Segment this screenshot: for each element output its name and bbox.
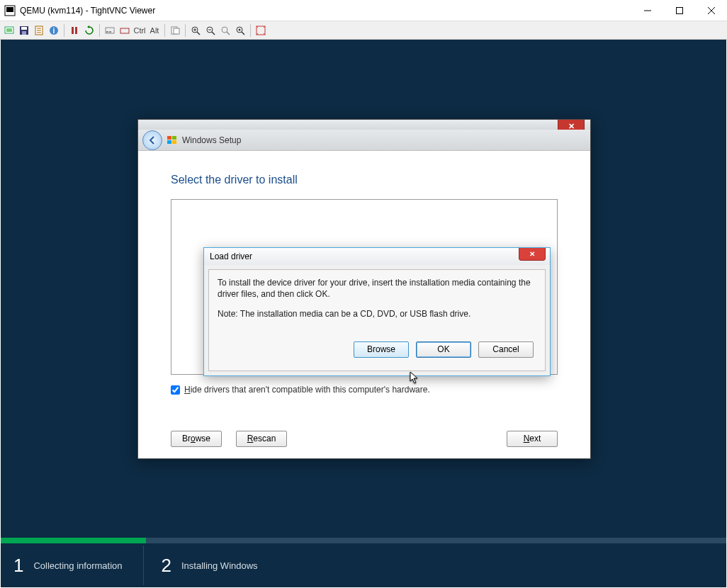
dialog-cancel-button[interactable]: Cancel: [478, 341, 534, 358]
svg-rect-22: [120, 28, 129, 33]
vnc-titlebar: QEMU (kvm114) - TightVNC Viewer: [0, 0, 727, 21]
rescan-button[interactable]: Rescan: [236, 431, 287, 447]
save-icon[interactable]: [17, 23, 31, 38]
send-keys-icon[interactable]: [118, 23, 132, 38]
remote-desktop: ✕ Windows Setup Select the driver to ins…: [1, 40, 726, 587]
maximize-button[interactable]: [663, 0, 695, 21]
windows-flag-icon: [167, 135, 178, 146]
svg-rect-21: [109, 31, 111, 33]
svg-rect-40: [167, 140, 171, 144]
stage-bar: 1 Collecting information 2 Installing Wi…: [1, 543, 726, 587]
svg-rect-38: [167, 136, 171, 140]
svg-point-36: [239, 28, 241, 30]
dialog-close-button[interactable]: ✕: [519, 248, 546, 261]
dialog-text-1: To install the device driver for your dr…: [218, 277, 536, 300]
progress-strip: [1, 538, 726, 543]
stage-1-label: Collecting information: [33, 560, 122, 571]
svg-line-33: [227, 32, 230, 35]
svg-rect-39: [172, 136, 176, 140]
vnc-toolbar: i Ctrl Alt: [0, 21, 727, 40]
windows-setup-wizard: ✕ Windows Setup Select the driver to ins…: [137, 119, 591, 459]
dialog-title: Load driver: [210, 251, 252, 261]
stage-separator: [143, 545, 144, 585]
minimize-button[interactable]: [631, 0, 663, 21]
ctrl-key-button[interactable]: Ctrl: [133, 23, 147, 38]
dialog-text-2: Note: The installation media can be a CD…: [218, 308, 536, 320]
fullscreen-icon[interactable]: [254, 23, 268, 38]
back-button[interactable]: [142, 130, 162, 150]
close-button[interactable]: [695, 0, 727, 21]
svg-point-32: [222, 27, 227, 33]
zoom-out-icon[interactable]: [203, 23, 218, 38]
load-driver-dialog: Load driver ✕ To install the device driv…: [203, 247, 551, 376]
stage-1-number: 1: [13, 555, 23, 577]
options-icon[interactable]: [32, 23, 46, 38]
svg-rect-41: [172, 140, 176, 144]
zoom-auto-icon[interactable]: [233, 23, 247, 38]
svg-rect-24: [174, 28, 179, 34]
stage-2: 2 Installing Windows: [148, 555, 257, 577]
hide-incompatible-checkbox-row[interactable]: Hide drivers that aren't compatible with…: [171, 385, 558, 395]
svg-rect-20: [106, 31, 108, 33]
stage-1: 1 Collecting information: [1, 555, 122, 577]
stage-2-label: Installing Windows: [181, 560, 258, 571]
file-transfer-icon[interactable]: [168, 23, 182, 38]
cad-icon[interactable]: [103, 23, 117, 38]
browse-button[interactable]: Browse: [171, 431, 222, 447]
page-heading: Select the driver to install: [171, 174, 558, 186]
svg-line-35: [242, 32, 244, 35]
svg-rect-7: [6, 28, 12, 32]
alt-key-button[interactable]: Alt: [147, 23, 162, 38]
svg-line-30: [212, 32, 215, 35]
checkbox-label: Hide drivers that aren't compatible with…: [184, 385, 430, 395]
new-connection-icon[interactable]: [2, 23, 16, 38]
dialog-browse-button[interactable]: Browse: [354, 341, 409, 358]
stage-2-number: 2: [161, 555, 171, 577]
hide-incompatible-checkbox[interactable]: [171, 385, 180, 395]
svg-rect-18: [75, 27, 77, 34]
progress-fill: [1, 538, 146, 543]
zoom-in-icon[interactable]: [188, 23, 203, 38]
svg-rect-10: [22, 31, 26, 35]
wizard-header: Windows Setup: [138, 130, 590, 151]
zoom-100-icon[interactable]: [218, 23, 232, 38]
svg-rect-3: [676, 7, 682, 13]
refresh-icon[interactable]: [82, 23, 96, 38]
window-title: QEMU (kvm114) - TightVNC Viewer: [20, 6, 631, 16]
svg-rect-1: [6, 7, 13, 12]
svg-text:i: i: [53, 27, 55, 35]
tightvnc-icon: [4, 5, 16, 16]
svg-rect-17: [72, 27, 74, 34]
info-icon[interactable]: i: [47, 23, 61, 38]
dialog-ok-button[interactable]: OK: [416, 341, 471, 358]
next-button[interactable]: Next: [507, 431, 558, 447]
pause-icon[interactable]: [67, 23, 81, 38]
wizard-title: Windows Setup: [182, 135, 241, 145]
svg-rect-9: [21, 27, 27, 30]
svg-line-26: [197, 32, 200, 35]
